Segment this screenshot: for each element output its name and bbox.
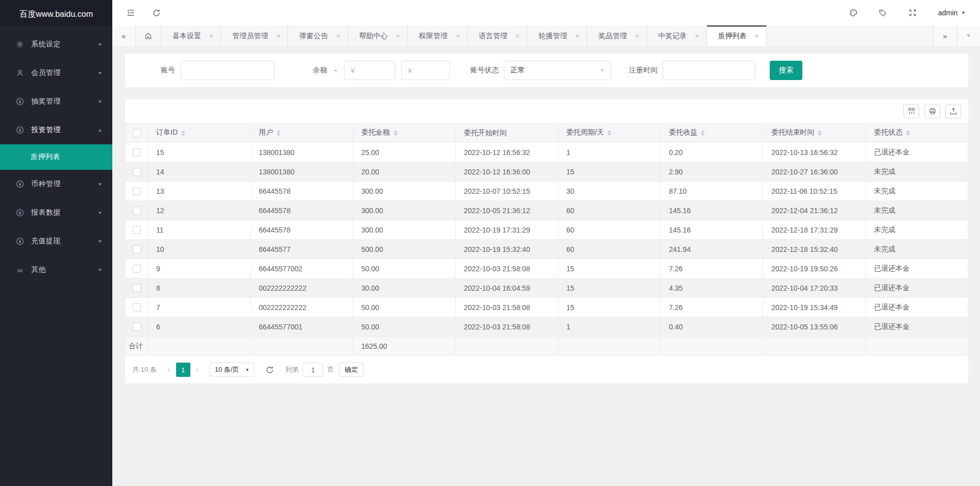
account-input[interactable] xyxy=(180,61,275,80)
column-header[interactable]: 委托结束时间 xyxy=(763,123,866,143)
column-header[interactable]: 订单ID xyxy=(148,123,251,143)
tab-close-icon[interactable]: × xyxy=(396,33,400,40)
column-header-label: 委托金额 xyxy=(361,128,390,136)
table-cell: 未完成 xyxy=(866,182,968,201)
row-checkbox[interactable] xyxy=(133,303,141,312)
fullscreen-icon[interactable] xyxy=(908,8,918,18)
goto-confirm-button[interactable]: 确定 xyxy=(339,363,363,377)
tabs-menu-icon[interactable]: ˅ xyxy=(957,25,980,46)
row-checkbox[interactable] xyxy=(133,284,141,292)
page-size-select[interactable]: 10 条/页 ▼ xyxy=(210,363,255,377)
table-cell: 2022-10-12 16:36:00 xyxy=(455,162,558,182)
sidebar-item[interactable]: ∞其他▼ xyxy=(0,255,112,284)
tab-item[interactable]: 弹窗公告× xyxy=(288,25,348,46)
collapse-sidebar-icon[interactable] xyxy=(126,8,136,18)
tab-item[interactable]: 管理员管理× xyxy=(221,25,288,46)
tab-item[interactable]: 质押列表× xyxy=(707,25,767,46)
table-cell: 60 xyxy=(558,201,660,220)
row-checkbox[interactable] xyxy=(133,245,141,253)
print-button[interactable] xyxy=(924,105,940,118)
row-checkbox[interactable] xyxy=(133,168,141,176)
sidebar-item[interactable]: 报表数据▼ xyxy=(0,198,112,227)
sidebar-item[interactable]: 系统设定▼ xyxy=(0,30,112,59)
tab-item[interactable]: 奖品管理× xyxy=(587,25,647,46)
table-cell: 8 xyxy=(148,278,251,298)
admin-dropdown[interactable]: admin ▼ xyxy=(938,9,966,17)
refresh-page-icon[interactable] xyxy=(151,8,161,18)
row-checkbox[interactable] xyxy=(133,207,141,215)
sidebar-item[interactable]: 投资管理▲ xyxy=(0,116,112,144)
column-header[interactable]: 委托收益 xyxy=(660,123,763,143)
tabs-scroll-right-icon[interactable]: » xyxy=(933,25,957,46)
tab-close-icon[interactable]: × xyxy=(209,33,213,40)
table-cell: 7.26 xyxy=(660,259,763,278)
tag-icon[interactable] xyxy=(878,8,888,18)
balance-max-input[interactable] xyxy=(401,61,450,80)
next-page-button[interactable]: › xyxy=(190,363,205,377)
tabbar-spacer xyxy=(767,25,933,46)
row-select-cell xyxy=(126,317,148,337)
row-checkbox[interactable] xyxy=(133,323,141,331)
sidebar-item[interactable]: 会员管理▼ xyxy=(0,59,112,87)
home-tab[interactable] xyxy=(136,25,161,46)
tab-label: 权限管理 xyxy=(419,32,448,41)
row-checkbox[interactable] xyxy=(133,265,141,273)
table-cell: 2022-10-13 16:56:32 xyxy=(763,143,866,162)
balance-min-input[interactable] xyxy=(344,61,395,80)
row-checkbox[interactable] xyxy=(133,148,141,157)
tab-item[interactable]: 轮播管理× xyxy=(527,25,587,46)
tab-close-icon[interactable]: × xyxy=(695,33,699,40)
yen-circle-icon xyxy=(15,237,24,246)
current-page-button[interactable]: 1 xyxy=(176,363,190,377)
sort-icon[interactable] xyxy=(277,129,281,138)
sort-icon[interactable] xyxy=(394,129,398,138)
tab-close-icon[interactable]: × xyxy=(635,33,639,40)
sidebar-item[interactable]: 币种管理▼ xyxy=(0,170,112,198)
table-cell: 0.20 xyxy=(660,143,763,162)
table-row: 66644557700150.002022-10-03 21:58:0810.4… xyxy=(126,317,968,337)
column-header[interactable]: 用户 xyxy=(250,123,353,143)
register-time-input[interactable] xyxy=(663,61,755,80)
tab-item[interactable]: 帮助中心× xyxy=(348,25,408,46)
theme-palette-icon[interactable] xyxy=(848,8,859,18)
tabs-scroll-left-icon[interactable]: « xyxy=(112,25,136,46)
topbar: admin ▼ xyxy=(112,0,980,25)
table-cell: 2022-12-04 21:36:12 xyxy=(763,201,866,220)
export-button[interactable] xyxy=(945,105,961,118)
tab-close-icon[interactable]: × xyxy=(456,33,460,40)
prev-page-button[interactable]: ‹ xyxy=(162,363,176,377)
column-header[interactable]: 委托状态 xyxy=(866,123,968,143)
tab-close-icon[interactable]: × xyxy=(575,33,579,40)
goto-page-input[interactable] xyxy=(303,363,323,377)
search-button[interactable]: 搜索 xyxy=(770,61,802,80)
sidebar-item[interactable]: 充值提现▼ xyxy=(0,227,112,255)
sort-icon[interactable] xyxy=(701,129,705,138)
sidebar-submenu-item[interactable]: 质押列表 xyxy=(0,144,112,170)
table-row: 1266445578300.002022-10-05 21:36:1260145… xyxy=(126,201,968,220)
table-cell: 2022-10-19 17:31:29 xyxy=(455,220,558,240)
tab-item[interactable]: 中奖记录× xyxy=(647,25,707,46)
row-checkbox[interactable] xyxy=(133,187,141,195)
goto-page-unit: 页 xyxy=(327,365,334,374)
pagination-refresh-icon[interactable] xyxy=(265,366,274,374)
sort-icon[interactable] xyxy=(607,129,611,138)
sort-icon[interactable] xyxy=(181,129,185,138)
sort-icon[interactable] xyxy=(906,129,910,138)
column-header[interactable]: 委托金额 xyxy=(353,123,455,143)
table-cell: 60 xyxy=(558,220,660,240)
sidebar-item[interactable]: 抽奖管理▼ xyxy=(0,87,112,116)
app-root: 百度www.baidu.com 系统设定▼会员管理▼抽奖管理▼投资管理▲质押列表… xyxy=(0,0,980,486)
select-all-checkbox[interactable] xyxy=(133,129,141,137)
column-settings-button[interactable] xyxy=(903,105,919,118)
tab-close-icon[interactable]: × xyxy=(276,33,280,40)
tab-close-icon[interactable]: × xyxy=(755,33,759,40)
tab-item[interactable]: 权限管理× xyxy=(408,25,468,46)
tab-item[interactable]: 语言管理× xyxy=(468,25,527,46)
row-checkbox[interactable] xyxy=(133,226,141,234)
tab-close-icon[interactable]: × xyxy=(516,33,520,40)
column-header[interactable]: 委托周期/天 xyxy=(558,123,660,143)
tab-close-icon[interactable]: × xyxy=(336,33,340,40)
status-select[interactable]: 正常 ▼ xyxy=(504,61,611,80)
sort-icon[interactable] xyxy=(818,129,822,138)
tab-item[interactable]: 基本设置× xyxy=(161,25,221,46)
